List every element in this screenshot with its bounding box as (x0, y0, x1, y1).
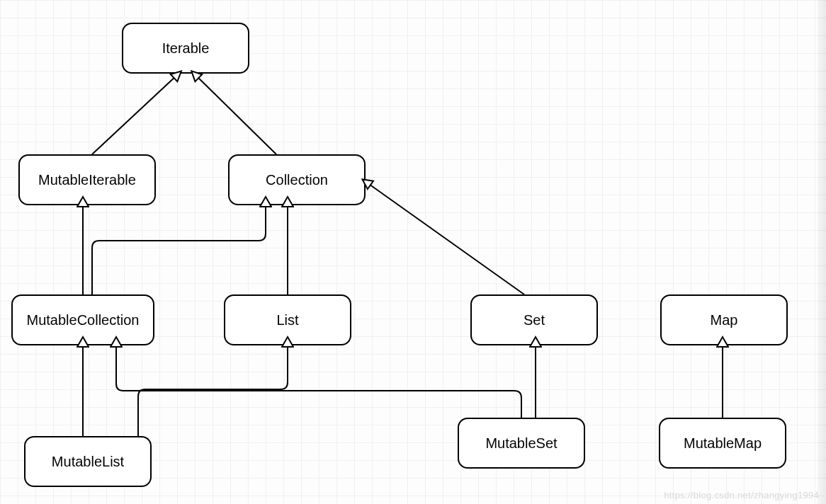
edge-mutableset-mutablecollection (116, 347, 521, 418)
node-iterable: Iterable (122, 23, 249, 74)
node-label: MutableMap (684, 435, 762, 452)
edge-mutablelist-list (138, 347, 288, 436)
node-mutable-set: MutableSet (458, 418, 585, 469)
node-map: Map (660, 294, 788, 345)
edge-mutablecollection-collection (92, 207, 266, 294)
node-label: Collection (266, 172, 328, 188)
node-label: Set (524, 312, 545, 328)
node-mutable-map: MutableMap (659, 418, 786, 469)
node-label: MutableSet (485, 435, 557, 452)
node-label: Iterable (162, 40, 210, 57)
node-mutable-list: MutableList (24, 436, 152, 487)
node-label: MutableCollection (27, 312, 140, 328)
node-list: List (224, 294, 351, 345)
edge-mutableiterable-iterable (92, 75, 177, 154)
edge-set-collection (367, 183, 524, 294)
node-label: MutableList (52, 454, 124, 470)
node-label: List (276, 312, 298, 328)
watermark: https://blog.csdn.net/zhangying1994 (664, 490, 819, 500)
node-collection: Collection (228, 154, 366, 205)
edge-collection-iterable (196, 75, 276, 154)
node-label: Map (711, 312, 738, 328)
node-label: MutableIterable (38, 172, 136, 188)
node-set: Set (470, 294, 598, 345)
node-mutable-collection: MutableCollection (11, 294, 154, 345)
node-mutable-iterable: MutableIterable (18, 154, 156, 205)
right-shadow (817, 0, 826, 504)
